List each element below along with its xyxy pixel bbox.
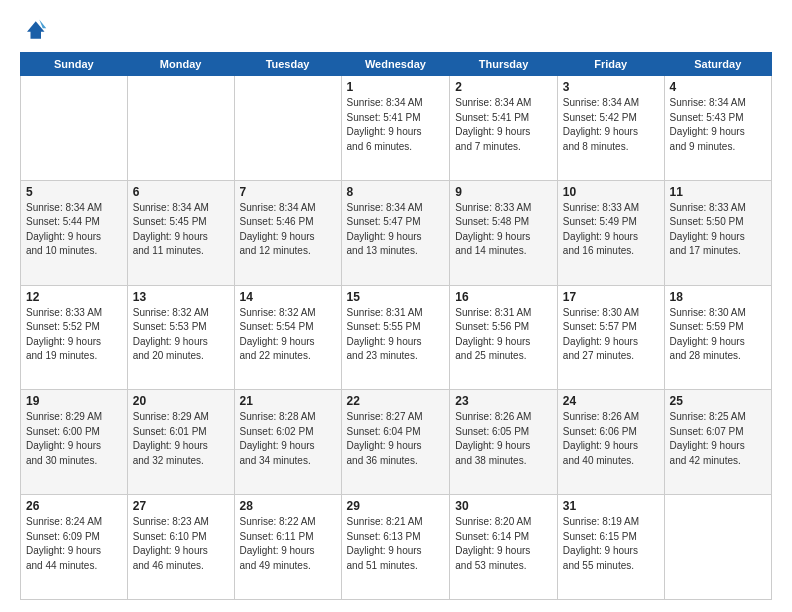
calendar-cell: 30Sunrise: 8:20 AM Sunset: 6:14 PM Dayli… — [450, 495, 558, 600]
week-row-3: 12Sunrise: 8:33 AM Sunset: 5:52 PM Dayli… — [21, 285, 772, 390]
header — [20, 16, 772, 44]
day-number: 4 — [670, 80, 766, 94]
day-info: Sunrise: 8:33 AM Sunset: 5:48 PM Dayligh… — [455, 201, 552, 259]
day-number: 20 — [133, 394, 229, 408]
day-number: 11 — [670, 185, 766, 199]
day-info: Sunrise: 8:34 AM Sunset: 5:46 PM Dayligh… — [240, 201, 336, 259]
weekday-monday: Monday — [127, 53, 234, 76]
calendar-cell: 10Sunrise: 8:33 AM Sunset: 5:49 PM Dayli… — [557, 180, 664, 285]
calendar-cell: 27Sunrise: 8:23 AM Sunset: 6:10 PM Dayli… — [127, 495, 234, 600]
day-info: Sunrise: 8:20 AM Sunset: 6:14 PM Dayligh… — [455, 515, 552, 573]
day-info: Sunrise: 8:34 AM Sunset: 5:41 PM Dayligh… — [455, 96, 552, 154]
calendar-cell: 12Sunrise: 8:33 AM Sunset: 5:52 PM Dayli… — [21, 285, 128, 390]
calendar-cell: 23Sunrise: 8:26 AM Sunset: 6:05 PM Dayli… — [450, 390, 558, 495]
logo-icon — [20, 16, 48, 44]
calendar-cell: 1Sunrise: 8:34 AM Sunset: 5:41 PM Daylig… — [341, 76, 450, 181]
day-info: Sunrise: 8:29 AM Sunset: 6:01 PM Dayligh… — [133, 410, 229, 468]
calendar-cell: 15Sunrise: 8:31 AM Sunset: 5:55 PM Dayli… — [341, 285, 450, 390]
day-info: Sunrise: 8:32 AM Sunset: 5:54 PM Dayligh… — [240, 306, 336, 364]
day-number: 3 — [563, 80, 659, 94]
day-number: 21 — [240, 394, 336, 408]
day-info: Sunrise: 8:23 AM Sunset: 6:10 PM Dayligh… — [133, 515, 229, 573]
day-info: Sunrise: 8:24 AM Sunset: 6:09 PM Dayligh… — [26, 515, 122, 573]
day-info: Sunrise: 8:26 AM Sunset: 6:06 PM Dayligh… — [563, 410, 659, 468]
day-info: Sunrise: 8:34 AM Sunset: 5:43 PM Dayligh… — [670, 96, 766, 154]
day-info: Sunrise: 8:22 AM Sunset: 6:11 PM Dayligh… — [240, 515, 336, 573]
day-info: Sunrise: 8:33 AM Sunset: 5:49 PM Dayligh… — [563, 201, 659, 259]
day-number: 15 — [347, 290, 445, 304]
calendar-cell: 7Sunrise: 8:34 AM Sunset: 5:46 PM Daylig… — [234, 180, 341, 285]
weekday-sunday: Sunday — [21, 53, 128, 76]
day-info: Sunrise: 8:21 AM Sunset: 6:13 PM Dayligh… — [347, 515, 445, 573]
day-info: Sunrise: 8:19 AM Sunset: 6:15 PM Dayligh… — [563, 515, 659, 573]
day-number: 6 — [133, 185, 229, 199]
calendar-cell: 28Sunrise: 8:22 AM Sunset: 6:11 PM Dayli… — [234, 495, 341, 600]
calendar-cell: 6Sunrise: 8:34 AM Sunset: 5:45 PM Daylig… — [127, 180, 234, 285]
day-info: Sunrise: 8:34 AM Sunset: 5:45 PM Dayligh… — [133, 201, 229, 259]
day-number: 31 — [563, 499, 659, 513]
day-number: 18 — [670, 290, 766, 304]
day-info: Sunrise: 8:31 AM Sunset: 5:56 PM Dayligh… — [455, 306, 552, 364]
day-number: 28 — [240, 499, 336, 513]
day-number: 8 — [347, 185, 445, 199]
calendar-cell: 2Sunrise: 8:34 AM Sunset: 5:41 PM Daylig… — [450, 76, 558, 181]
calendar-cell: 22Sunrise: 8:27 AM Sunset: 6:04 PM Dayli… — [341, 390, 450, 495]
day-number: 7 — [240, 185, 336, 199]
day-number: 26 — [26, 499, 122, 513]
weekday-thursday: Thursday — [450, 53, 558, 76]
calendar-cell: 5Sunrise: 8:34 AM Sunset: 5:44 PM Daylig… — [21, 180, 128, 285]
day-number: 19 — [26, 394, 122, 408]
calendar-cell: 4Sunrise: 8:34 AM Sunset: 5:43 PM Daylig… — [664, 76, 771, 181]
calendar-cell: 8Sunrise: 8:34 AM Sunset: 5:47 PM Daylig… — [341, 180, 450, 285]
day-info: Sunrise: 8:30 AM Sunset: 5:57 PM Dayligh… — [563, 306, 659, 364]
calendar-cell: 3Sunrise: 8:34 AM Sunset: 5:42 PM Daylig… — [557, 76, 664, 181]
weekday-tuesday: Tuesday — [234, 53, 341, 76]
day-number: 5 — [26, 185, 122, 199]
calendar-cell: 17Sunrise: 8:30 AM Sunset: 5:57 PM Dayli… — [557, 285, 664, 390]
day-info: Sunrise: 8:29 AM Sunset: 6:00 PM Dayligh… — [26, 410, 122, 468]
day-info: Sunrise: 8:34 AM Sunset: 5:42 PM Dayligh… — [563, 96, 659, 154]
weekday-saturday: Saturday — [664, 53, 771, 76]
week-row-4: 19Sunrise: 8:29 AM Sunset: 6:00 PM Dayli… — [21, 390, 772, 495]
calendar: SundayMondayTuesdayWednesdayThursdayFrid… — [20, 52, 772, 600]
calendar-cell: 18Sunrise: 8:30 AM Sunset: 5:59 PM Dayli… — [664, 285, 771, 390]
day-number: 25 — [670, 394, 766, 408]
weekday-header-row: SundayMondayTuesdayWednesdayThursdayFrid… — [21, 53, 772, 76]
day-number: 23 — [455, 394, 552, 408]
calendar-cell — [234, 76, 341, 181]
logo — [20, 16, 52, 44]
day-info: Sunrise: 8:34 AM Sunset: 5:44 PM Dayligh… — [26, 201, 122, 259]
day-number: 14 — [240, 290, 336, 304]
week-row-1: 1Sunrise: 8:34 AM Sunset: 5:41 PM Daylig… — [21, 76, 772, 181]
weekday-friday: Friday — [557, 53, 664, 76]
calendar-cell: 25Sunrise: 8:25 AM Sunset: 6:07 PM Dayli… — [664, 390, 771, 495]
day-info: Sunrise: 8:33 AM Sunset: 5:50 PM Dayligh… — [670, 201, 766, 259]
day-info: Sunrise: 8:27 AM Sunset: 6:04 PM Dayligh… — [347, 410, 445, 468]
day-info: Sunrise: 8:26 AM Sunset: 6:05 PM Dayligh… — [455, 410, 552, 468]
weekday-wednesday: Wednesday — [341, 53, 450, 76]
day-number: 22 — [347, 394, 445, 408]
day-number: 10 — [563, 185, 659, 199]
calendar-cell: 9Sunrise: 8:33 AM Sunset: 5:48 PM Daylig… — [450, 180, 558, 285]
calendar-cell: 21Sunrise: 8:28 AM Sunset: 6:02 PM Dayli… — [234, 390, 341, 495]
day-info: Sunrise: 8:31 AM Sunset: 5:55 PM Dayligh… — [347, 306, 445, 364]
calendar-cell — [21, 76, 128, 181]
calendar-cell: 11Sunrise: 8:33 AM Sunset: 5:50 PM Dayli… — [664, 180, 771, 285]
day-number: 27 — [133, 499, 229, 513]
week-row-2: 5Sunrise: 8:34 AM Sunset: 5:44 PM Daylig… — [21, 180, 772, 285]
calendar-cell: 16Sunrise: 8:31 AM Sunset: 5:56 PM Dayli… — [450, 285, 558, 390]
day-info: Sunrise: 8:30 AM Sunset: 5:59 PM Dayligh… — [670, 306, 766, 364]
day-info: Sunrise: 8:32 AM Sunset: 5:53 PM Dayligh… — [133, 306, 229, 364]
day-number: 1 — [347, 80, 445, 94]
day-info: Sunrise: 8:28 AM Sunset: 6:02 PM Dayligh… — [240, 410, 336, 468]
calendar-cell: 29Sunrise: 8:21 AM Sunset: 6:13 PM Dayli… — [341, 495, 450, 600]
calendar-cell — [664, 495, 771, 600]
day-info: Sunrise: 8:34 AM Sunset: 5:47 PM Dayligh… — [347, 201, 445, 259]
day-number: 12 — [26, 290, 122, 304]
day-number: 9 — [455, 185, 552, 199]
calendar-cell: 13Sunrise: 8:32 AM Sunset: 5:53 PM Dayli… — [127, 285, 234, 390]
page: SundayMondayTuesdayWednesdayThursdayFrid… — [0, 0, 792, 612]
calendar-cell: 26Sunrise: 8:24 AM Sunset: 6:09 PM Dayli… — [21, 495, 128, 600]
day-info: Sunrise: 8:34 AM Sunset: 5:41 PM Dayligh… — [347, 96, 445, 154]
week-row-5: 26Sunrise: 8:24 AM Sunset: 6:09 PM Dayli… — [21, 495, 772, 600]
